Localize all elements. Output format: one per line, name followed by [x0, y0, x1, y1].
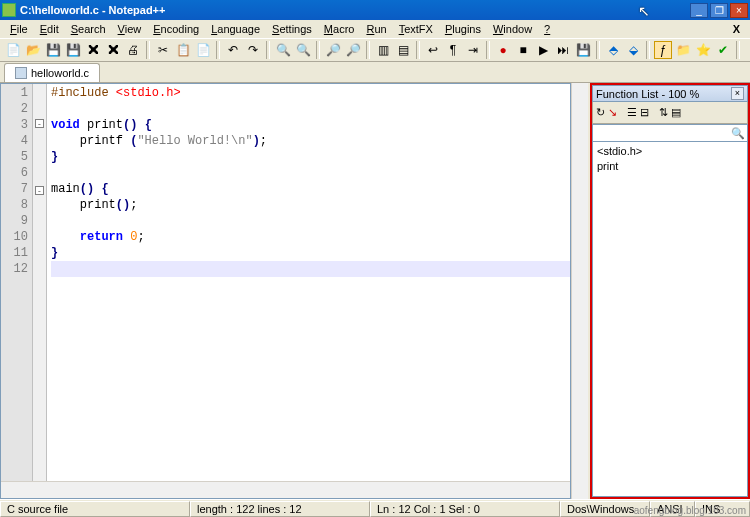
compare-icon[interactable]: ⬘	[604, 41, 622, 59]
paste-icon[interactable]: 📄	[194, 41, 212, 59]
zoom-in-icon[interactable]: 🔎	[324, 41, 342, 59]
compare2-icon[interactable]: ⬙	[624, 41, 642, 59]
copy-icon[interactable]: 📋	[174, 41, 192, 59]
menu-settings[interactable]: Settings	[266, 22, 318, 36]
menu-file[interactable]: File	[4, 22, 34, 36]
fav-icon[interactable]: ⭐	[694, 41, 712, 59]
menu-encoding[interactable]: Encoding	[147, 22, 205, 36]
record-icon[interactable]: ●	[494, 41, 512, 59]
function-list-item[interactable]: print	[597, 159, 743, 174]
code-editor[interactable]: 123456789101112--#include <stdio.h>void …	[1, 84, 570, 481]
sync-v-icon[interactable]: ▥	[374, 41, 392, 59]
menu-plugins[interactable]: Plugins	[439, 22, 487, 36]
savemacro-icon[interactable]: 💾	[574, 41, 592, 59]
menu-language[interactable]: Language	[205, 22, 266, 36]
save-icon[interactable]: 💾	[44, 41, 62, 59]
function-list[interactable]: <stdio.h>print	[592, 142, 748, 497]
menubar: FileEditSearchViewEncodingLanguageSettin…	[0, 20, 750, 38]
menu-search[interactable]: Search	[65, 22, 112, 36]
doc-close-icon[interactable]: X	[727, 23, 746, 35]
horizontal-scrollbar[interactable]	[1, 481, 570, 498]
spell-icon[interactable]: ✔	[714, 41, 732, 59]
explorer-icon[interactable]: 📁	[674, 41, 692, 59]
fold-toggle-icon[interactable]: -	[35, 119, 44, 128]
vertical-scrollbar[interactable]	[571, 83, 588, 499]
menu-run[interactable]: Run	[360, 22, 392, 36]
minimize-button[interactable]: _	[690, 3, 708, 18]
playmulti-icon[interactable]: ⏭	[554, 41, 572, 59]
window-title: C:\helloworld.c - Notepad++	[20, 4, 690, 16]
close-all-icon[interactable]: 🗙	[104, 41, 122, 59]
maximize-button[interactable]: ❐	[710, 3, 728, 18]
zoom-out-icon[interactable]: 🔎	[344, 41, 362, 59]
save-all-icon[interactable]: 💾	[64, 41, 82, 59]
indent-icon[interactable]: ⇥	[464, 41, 482, 59]
allchars-icon[interactable]: ¶	[444, 41, 462, 59]
panel-close-icon[interactable]: ×	[731, 87, 744, 100]
play-icon[interactable]: ▶	[534, 41, 552, 59]
status-filetype: C source file	[0, 501, 190, 517]
function-search-input[interactable]: 🔍	[592, 124, 748, 142]
goto-icon[interactable]: ↘	[608, 106, 617, 119]
tabbar: helloworld.c	[0, 62, 750, 83]
cut-icon[interactable]: ✂	[154, 41, 172, 59]
sync-h-icon[interactable]: ▤	[394, 41, 412, 59]
fold-toggle-icon[interactable]: -	[35, 186, 44, 195]
find-icon[interactable]: 🔍	[274, 41, 292, 59]
menu-macro[interactable]: Macro	[318, 22, 361, 36]
function-list-panel: Function List - 100 % × ↻ ↘ ☰ ⊟ ⇅ ▤ 🔍 <s…	[590, 83, 750, 499]
refresh-icon[interactable]: ↻	[596, 106, 605, 119]
tree-view-icon[interactable]: ⊟	[640, 106, 649, 119]
filter-icon[interactable]: ▤	[671, 106, 681, 119]
function-list-toolbar: ↻ ↘ ☰ ⊟ ⇅ ▤	[592, 102, 748, 124]
function-list-title: Function List - 100 % ×	[592, 85, 748, 102]
menu-view[interactable]: View	[112, 22, 148, 36]
close-file-icon[interactable]: 🗙	[84, 41, 102, 59]
new-file-icon[interactable]: 📄	[4, 41, 22, 59]
window-titlebar: C:\helloworld.c - Notepad++ _ ❐ ×	[0, 0, 750, 20]
tab-label: helloworld.c	[31, 67, 89, 79]
undo-icon[interactable]: ↶	[224, 41, 242, 59]
app-icon	[2, 3, 16, 17]
menu-help[interactable]: ?	[538, 22, 556, 36]
replace-icon[interactable]: 🔍	[294, 41, 312, 59]
menu-textfx[interactable]: TextFX	[393, 22, 439, 36]
menu-window[interactable]: Window	[487, 22, 538, 36]
funclist-icon[interactable]: ƒ	[654, 41, 672, 59]
redo-icon[interactable]: ↷	[244, 41, 262, 59]
open-file-icon[interactable]: 📂	[24, 41, 42, 59]
sort-icon[interactable]: ⇅	[659, 106, 668, 119]
status-length: length : 122 lines : 12	[190, 501, 370, 517]
watermark: aofengblog.blog.163.com	[634, 505, 746, 516]
search-icon: 🔍	[731, 127, 745, 140]
list-view-icon[interactable]: ☰	[627, 106, 637, 119]
stop-icon[interactable]: ■	[514, 41, 532, 59]
function-list-item[interactable]: <stdio.h>	[597, 144, 743, 159]
file-icon	[15, 67, 27, 79]
menu-edit[interactable]: Edit	[34, 22, 65, 36]
close-button[interactable]: ×	[730, 3, 748, 18]
tab-helloworld[interactable]: helloworld.c	[4, 63, 100, 82]
status-position: Ln : 12 Col : 1 Sel : 0	[370, 501, 560, 517]
print-icon[interactable]: 🖨	[124, 41, 142, 59]
wordwrap-icon[interactable]: ↩	[424, 41, 442, 59]
toolbar: 📄 📂 💾 💾 🗙 🗙 🖨 ✂ 📋 📄 ↶ ↷ 🔍 🔍 🔎 🔎 ▥ ▤ ↩ ¶ …	[0, 38, 750, 62]
